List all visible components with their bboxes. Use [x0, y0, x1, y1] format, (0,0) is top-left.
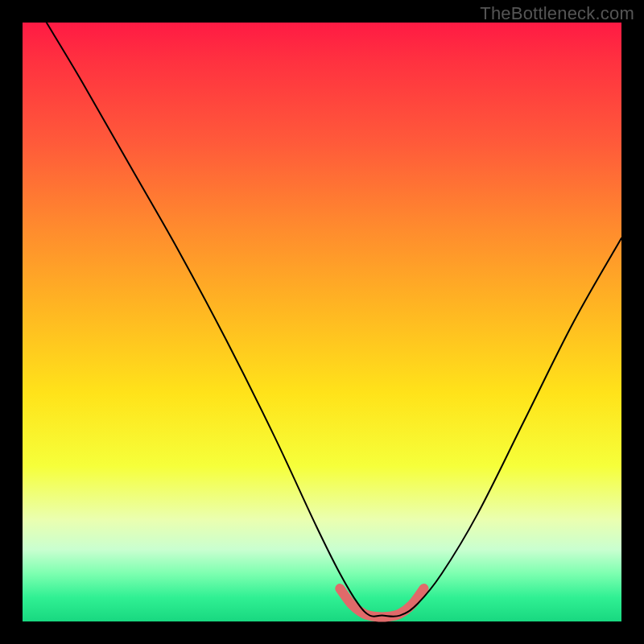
watermark-text: TheBottleneck.com: [480, 3, 634, 24]
bottleneck-curve: [47, 23, 621, 617]
sweet-spot-highlight: [340, 588, 423, 617]
chart-frame: TheBottleneck.com: [0, 0, 644, 644]
bottleneck-curve-svg: [23, 23, 621, 621]
